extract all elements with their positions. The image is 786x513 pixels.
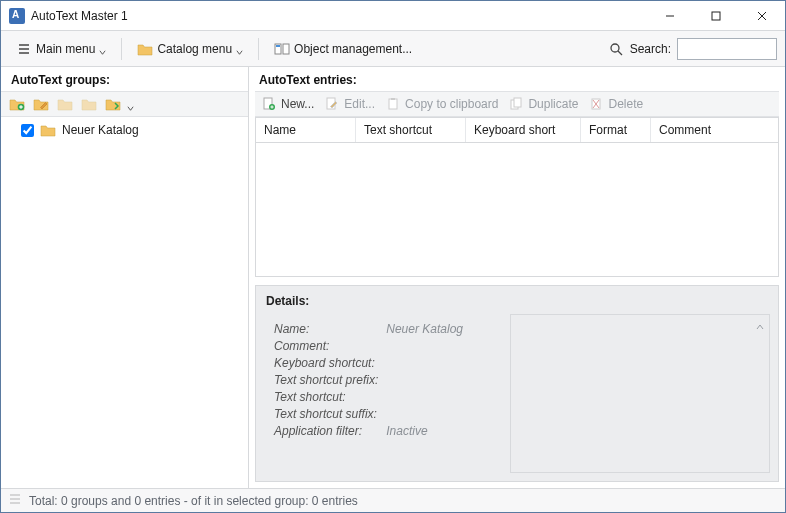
minimize-button[interactable] [647,1,693,31]
entries-table: Name Text shortcut Keyboard short Format… [255,117,779,277]
svg-rect-21 [391,98,395,100]
app-icon [9,8,25,24]
duplicate-icon [508,96,524,112]
svg-rect-20 [389,99,397,109]
groups-toolbar [1,91,248,117]
separator [258,38,259,60]
details-title: Details: [264,292,770,314]
search-icon [608,41,624,57]
detail-value-text-shortcut-prefix [386,373,494,387]
titlebar: AutoText Master 1 [1,1,785,31]
col-name[interactable]: Name [256,118,356,142]
detail-value-name: Neuer Katalog [386,322,494,336]
maximize-button[interactable] [693,1,739,31]
catalog-menu-button[interactable]: Catalog menu [130,37,250,61]
delete-entry-label: Delete [608,97,643,111]
folder-icon [40,124,56,137]
detail-label-text-shortcut-suffix: Text shortcut suffix: [274,407,378,421]
delete-icon [588,96,604,112]
tree-item-label: Neuer Katalog [62,123,139,137]
duplicate-entry-label: Duplicate [528,97,578,111]
import-group-icon[interactable] [103,94,123,114]
detail-label-application-filter: Application filter: [274,424,378,438]
hamburger-icon [16,41,32,57]
right-pane: AutoText entries: New... Edit... Copy to… [249,67,785,488]
svg-point-10 [611,44,619,52]
scroll-up-icon[interactable] [755,321,765,335]
object-management-button[interactable]: Object management... [267,37,419,61]
detail-label-keyboard-shortcut: Keyboard shortcut: [274,356,378,370]
detail-label-text-shortcut: Text shortcut: [274,390,378,404]
entries-toolbar: New... Edit... Copy to clipboard Duplica… [255,91,779,117]
duplicate-entry-button: Duplicate [508,96,578,112]
new-document-icon [261,96,277,112]
details-fields: Name: Neuer Katalog Comment: Keyboard sh… [264,314,504,473]
copy-entry-button: Copy to clipboard [385,96,498,112]
body: AutoText groups: [1,67,785,488]
tree-item[interactable]: Neuer Katalog [7,121,242,139]
table-body[interactable] [256,143,778,276]
status-icon [9,493,21,508]
separator [121,38,122,60]
table-header-row: Name Text shortcut Keyboard short Format… [256,118,778,143]
chevron-down-icon [236,45,243,52]
svg-rect-23 [514,98,521,107]
details-preview[interactable] [510,314,770,473]
main-menu-button[interactable]: Main menu [9,37,113,61]
groups-header: AutoText groups: [1,67,248,91]
object-management-label: Object management... [294,42,412,56]
edit-document-icon [324,96,340,112]
col-text-shortcut[interactable]: Text shortcut [356,118,466,142]
detail-value-keyboard-shortcut [386,356,494,370]
main-menu-label: Main menu [36,42,95,56]
tree-item-checkbox[interactable] [21,124,34,137]
svg-rect-1 [712,12,720,20]
groups-tree[interactable]: Neuer Katalog [1,117,248,488]
left-pane: AutoText groups: [1,67,249,488]
col-format[interactable]: Format [581,118,651,142]
detail-label-comment: Comment: [274,339,378,353]
new-group-icon[interactable] [7,94,27,114]
edit-entry-label: Edit... [344,97,375,111]
entries-header: AutoText entries: [249,67,785,91]
object-management-icon [274,41,290,57]
search-area: Search: [608,38,777,60]
new-entry-label: New... [281,97,314,111]
edit-group-icon[interactable] [31,94,51,114]
search-input[interactable] [677,38,777,60]
folder-icon [137,41,153,57]
copy-group-icon [55,94,75,114]
details-panel: Details: Name: Neuer Katalog Comment: Ke… [255,285,779,482]
copy-entry-label: Copy to clipboard [405,97,498,111]
chevron-down-icon[interactable] [127,101,134,108]
catalog-menu-label: Catalog menu [157,42,232,56]
detail-label-name: Name: [274,322,378,336]
edit-entry-button: Edit... [324,96,375,112]
detail-value-text-shortcut-suffix [386,407,494,421]
col-keyboard-short[interactable]: Keyboard short [466,118,581,142]
detail-label-text-shortcut-prefix: Text shortcut prefix: [274,373,378,387]
clipboard-icon [385,96,401,112]
col-comment[interactable]: Comment [651,118,778,142]
main-toolbar: Main menu Catalog menu Object management… [1,31,785,67]
status-text: Total: 0 groups and 0 entries - of it in… [29,494,358,508]
chevron-down-icon [99,45,106,52]
detail-value-text-shortcut [386,390,494,404]
new-entry-button[interactable]: New... [261,96,314,112]
svg-line-11 [618,51,622,55]
close-button[interactable] [739,1,785,31]
svg-rect-8 [283,44,289,54]
delete-entry-button: Delete [588,96,643,112]
detail-value-application-filter: Inactive [386,424,494,438]
statusbar: Total: 0 groups and 0 entries - of it in… [1,488,785,512]
detail-value-comment [386,339,494,353]
delete-group-icon [79,94,99,114]
search-label: Search: [630,42,671,56]
svg-rect-9 [276,45,280,47]
window-title: AutoText Master 1 [31,9,128,23]
